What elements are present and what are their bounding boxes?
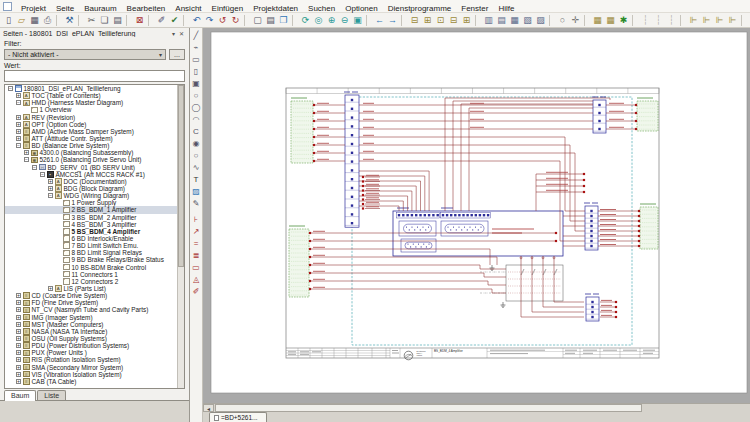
- text-tool-icon[interactable]: T: [190, 174, 202, 186]
- edit-pencil-icon[interactable]: ✐: [155, 14, 168, 27]
- tree-item[interactable]: +≡PDU (Power Distribution Systems): [5, 342, 184, 349]
- device-tool-4-icon[interactable]: ⊟: [447, 14, 460, 27]
- device-tool-2-icon[interactable]: ⊞: [421, 14, 434, 27]
- device-tool-5-icon[interactable]: ⊞: [460, 14, 473, 27]
- tree-item[interactable]: +≣4300.0 (Balancing Subassembly): [5, 149, 184, 156]
- tree-expand-icon[interactable]: +: [16, 350, 21, 355]
- menu-bauraum[interactable]: Bauraum: [79, 4, 121, 13]
- terminal-strip-right-mid[interactable]: [584, 203, 598, 250]
- tree-expand-icon[interactable]: +: [16, 307, 21, 312]
- redo-list-icon[interactable]: ↻: [229, 14, 242, 27]
- schematic-svg[interactable]: DeutschesSOFIAInstitutBS_BDM_4 Amplifier: [203, 28, 750, 403]
- tree-expand-icon[interactable]: −: [24, 157, 29, 162]
- page-properties-icon[interactable]: ▦: [28, 14, 41, 27]
- tree-item[interactable]: 8 BD Limit Signal Relays: [5, 249, 184, 256]
- tree-item[interactable]: +ALIS (Parts List): [5, 285, 184, 292]
- tree-item[interactable]: +≡OSU (Oil Supply Systems): [5, 335, 184, 342]
- schematic-sheet[interactable]: DeutschesSOFIAInstitutBS_BDM_4 Amplifier: [211, 32, 747, 393]
- connection-tool-icon[interactable]: ↗: [190, 226, 202, 238]
- arc-tool-icon[interactable]: ◠: [190, 114, 202, 126]
- scroll-left-icon[interactable]: ◂: [203, 404, 214, 412]
- circle2-tool-icon[interactable]: ◯: [190, 102, 202, 114]
- tree-expand-icon[interactable]: +: [16, 129, 21, 134]
- copy-icon[interactable]: ❏: [98, 14, 111, 27]
- grid-tool-4-icon[interactable]: ▧: [521, 14, 534, 27]
- tree-expand-icon[interactable]: +: [16, 372, 21, 377]
- menu-hilfe[interactable]: Hilfe: [493, 4, 519, 13]
- filter-select[interactable]: - Nicht aktiviert - ▾: [4, 49, 166, 60]
- terminal-strip-right-top[interactable]: [592, 97, 606, 133]
- rectangle-tool-icon[interactable]: ▭: [190, 54, 202, 66]
- menu-seite[interactable]: Seite: [51, 4, 79, 13]
- refresh-view-icon[interactable]: ⟳: [299, 14, 312, 27]
- pen-tool-icon[interactable]: ✐: [190, 286, 202, 298]
- tree-item[interactable]: 11 Connectors 1: [5, 271, 184, 278]
- tree-item[interactable]: +≡NASA (NASA TA Interface): [5, 328, 184, 335]
- tree-item[interactable]: −AWDG (Wiring Diagram): [5, 192, 184, 199]
- circle-center-tool-icon[interactable]: ◉: [190, 138, 202, 150]
- tree-item[interactable]: −∺BD_SERV_01 (BD SERV Unit): [5, 164, 184, 171]
- busbar-tool-icon[interactable]: ≣: [190, 250, 202, 262]
- tree-expand-icon[interactable]: −: [32, 165, 37, 170]
- hyperlink-tool-icon[interactable]: ✎: [190, 198, 202, 210]
- panel-close-icon[interactable]: ✕: [177, 30, 186, 37]
- connector-block-left-bottom[interactable]: [289, 226, 311, 297]
- menu-einfügen[interactable]: Einfügen: [207, 4, 249, 13]
- tree-item[interactable]: +≡AMD (Active Mass Damper System): [5, 128, 184, 135]
- tree-item[interactable]: 12 Connectors 2: [5, 278, 184, 285]
- tree-item[interactable]: +≡RIS (Rotation Isolation System): [5, 356, 184, 363]
- device-tool-3-icon[interactable]: ⊡: [434, 14, 447, 27]
- tree-expand-icon[interactable]: +: [48, 286, 53, 291]
- horizontal-scrollbar[interactable]: ◂: [203, 403, 750, 412]
- tree-expand-icon[interactable]: +: [16, 115, 21, 120]
- tree-item[interactable]: +≡CAB (TA Cable): [5, 378, 184, 385]
- tree-item[interactable]: 9 BD Brake Relays/Brake Status: [5, 256, 184, 263]
- schematic-canvas[interactable]: DeutschesSOFIAInstitutBS_BDM_4 Amplifier: [203, 28, 750, 403]
- tree-item[interactable]: +ABDG (Block Diagram): [5, 185, 184, 192]
- insert-symbol-icon[interactable]: ✱: [617, 14, 630, 27]
- line-tool-icon[interactable]: ╱: [190, 30, 202, 42]
- back-icon[interactable]: ←: [373, 14, 386, 27]
- tree-item[interactable]: 6 BD Interlock/Enable: [5, 235, 184, 242]
- layout-view-icon[interactable]: ▤: [264, 14, 277, 27]
- rectangle2-tool-icon[interactable]: ▯: [190, 66, 202, 78]
- tree-expand-icon[interactable]: +: [16, 357, 21, 362]
- settings-wrench-icon[interactable]: ⚒: [63, 14, 76, 27]
- disabled-tool-2-icon[interactable]: ┆: [652, 14, 665, 27]
- tree-item[interactable]: +ATOC (Table of Contents): [5, 92, 184, 99]
- image-tool-icon[interactable]: ▨: [190, 186, 202, 198]
- terminal-tool-icon[interactable]: ⊦: [190, 214, 202, 226]
- disabled-tool-3-icon[interactable]: ┆: [665, 14, 678, 27]
- tree-item[interactable]: 1 Overview: [5, 106, 184, 113]
- connector-block-left-top[interactable]: [291, 98, 315, 163]
- redo-icon[interactable]: ↷: [203, 14, 216, 27]
- menu-bearbeiten[interactable]: Bearbeiten: [122, 4, 171, 13]
- crosshair-icon[interactable]: ✛: [569, 14, 582, 27]
- tree-expand-icon[interactable]: −: [40, 172, 45, 177]
- connector-block-right-top[interactable]: [635, 98, 658, 131]
- snap-icon[interactable]: ○: [556, 14, 569, 27]
- polyline-tool-icon[interactable]: ⌁: [190, 42, 202, 54]
- tree-item[interactable]: 5 BS_BDM_4 Amplifier: [5, 228, 184, 235]
- box-tool-icon[interactable]: ▭: [190, 262, 202, 274]
- tree-expand-icon[interactable]: +: [48, 186, 53, 191]
- tree-expand-icon[interactable]: +: [16, 329, 21, 334]
- apply-check-icon[interactable]: ✔: [168, 14, 181, 27]
- tree-expand-icon[interactable]: −: [16, 100, 21, 105]
- tree-scrollbar[interactable]: [177, 85, 184, 388]
- menu-projektdaten[interactable]: Projektdaten: [248, 4, 303, 13]
- tree-item[interactable]: +≡NT_CV (Nasmyth Tube and Cavity Parts): [5, 306, 184, 313]
- terminal-strip-right-bottom[interactable]: [585, 294, 599, 321]
- menu-dienstprogramme[interactable]: Dienstprogramme: [383, 4, 457, 13]
- jump-tool-3-icon[interactable]: ⊩: [713, 14, 726, 27]
- cut-icon[interactable]: ✂: [85, 14, 98, 27]
- ellipse-tool-icon[interactable]: ○: [190, 150, 202, 162]
- jump-tool-2-icon[interactable]: ⊩: [700, 14, 713, 27]
- menu-fenster[interactable]: Fenster: [456, 4, 493, 13]
- tree-expand-icon[interactable]: +: [16, 122, 21, 127]
- tree-expand-icon[interactable]: −: [8, 86, 13, 91]
- tree-item[interactable]: −▪AMCCS1 (Aft MCCS RACK #1): [5, 171, 184, 178]
- tree-item[interactable]: +≡VIS (Vibration Isolation System): [5, 371, 184, 378]
- zoom-fit-icon[interactable]: ▣: [351, 14, 364, 27]
- filled-rect-tool-icon[interactable]: ▣: [190, 78, 202, 90]
